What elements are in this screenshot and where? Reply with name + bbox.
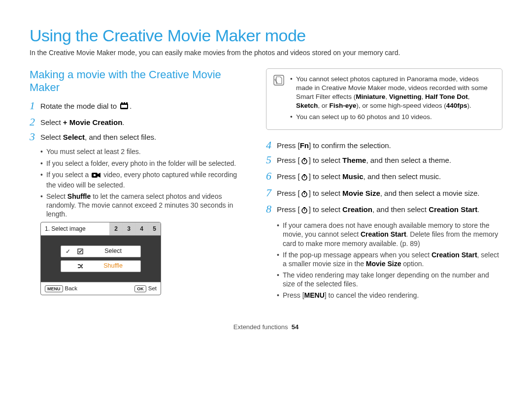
left-column: Making a movie with the Creative Movie M… [30,68,246,303]
menu-chip: MENU [45,285,63,292]
check-icon: ✓ [61,247,75,255]
section-heading: Making a movie with the Creative Movie M… [30,68,246,94]
note-icon [273,75,284,86]
svg-rect-1 [121,102,123,104]
menu-item-shuffle: Shuffle [61,260,141,272]
select-glyph-icon [75,248,86,254]
timer-icon [301,206,308,216]
note-box: You cannot select photos captured in Pan… [266,68,502,130]
screen-footer: MENUBack OKSet [41,282,161,295]
svg-point-6 [94,174,96,176]
dual-capture-icon [92,172,100,181]
svg-rect-2 [124,102,125,104]
step-5: 5 Press [] to select Theme, and then sel… [266,155,502,167]
step-4: 4 Press [Fn] to confirm the selection. [266,141,502,151]
svg-rect-12 [303,174,305,175]
ok-chip: OK [134,285,146,292]
shuffle-glyph-icon [75,263,86,269]
screen-tabs: 2 3 4 5 [109,222,161,235]
step-3: 3 Select Select, and then select files. [30,132,246,142]
step-3-notes: You must select at least 2 files. If you… [40,147,246,218]
timer-icon [301,190,308,200]
step-8: 8 Press [] to select Creation, and then … [266,205,502,216]
manual-page: Using the Creative Movie Maker mode In t… [0,0,532,346]
step-number: 4 [266,140,277,151]
timer-icon [301,173,308,183]
svg-rect-14 [303,191,305,192]
step-number: 1 [30,100,40,111]
svg-rect-3 [126,102,128,104]
step-2: 2 Select + Movie Creation. [30,118,246,127]
step-number: 2 [30,117,40,127]
svg-rect-10 [303,158,305,159]
svg-rect-4 [121,105,127,108]
mode-dial-icon [120,102,129,113]
screen-header: 1. Select image 2 3 4 5 [41,222,161,236]
right-column: You cannot select photos captured in Pan… [266,68,502,303]
step-8-notes: If your camera does not have enough avai… [277,221,502,300]
step-number: 3 [30,131,40,142]
step-number: 5 [266,154,277,165]
camera-screen-mock: 1. Select image 2 3 4 5 ✓ Select [40,222,161,296]
step-7: 7 Press [] to select Movie Size, and the… [266,188,502,200]
timer-icon [301,157,308,167]
page-title: Using the Creative Movie Maker mode [30,25,502,47]
step-6: 6 Press [] to select Music, and then sel… [266,172,502,183]
menu-item-select: ✓ Select [61,246,141,257]
step-number: 8 [266,204,277,215]
svg-rect-16 [303,207,305,208]
step-number: 6 [266,171,277,182]
step-number: 7 [266,187,277,198]
step-1: 1 Rotate the mode dial to . [30,101,246,113]
intro-text: In the Creative Movie Maker mode, you ca… [30,48,502,58]
page-footer: Extended functions 54 [30,323,502,332]
